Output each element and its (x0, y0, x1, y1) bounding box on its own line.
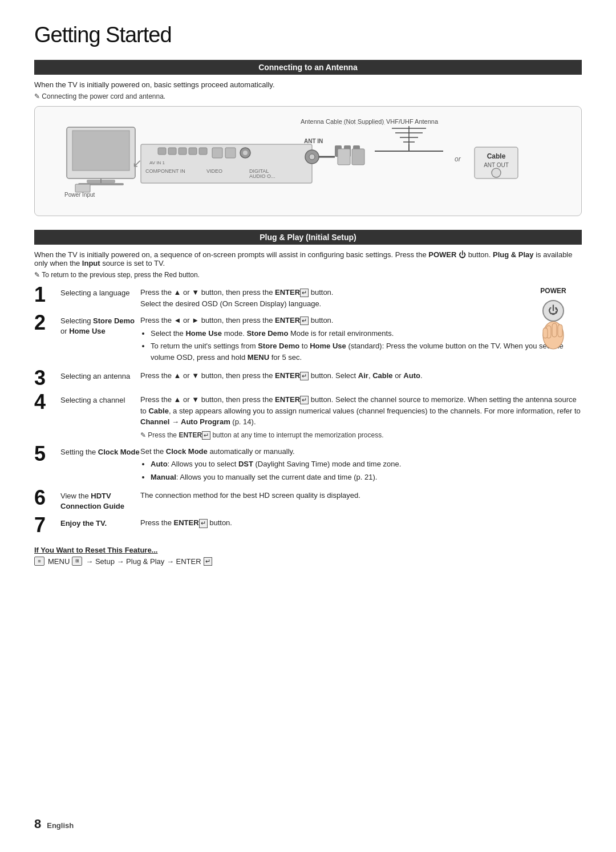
step-num-4: 4 (34, 392, 55, 412)
power-hand-svg: ⏻ (530, 298, 576, 350)
step-row-1: 1 Selecting a language Press the ▲ or ▼ … (34, 287, 582, 309)
step-num-6: 6 (34, 488, 55, 508)
reset-title: If You Want to Reset This Feature... (34, 546, 582, 554)
svg-text:ANT IN: ANT IN (304, 138, 323, 144)
svg-text:ANT OUT: ANT OUT (484, 162, 509, 168)
svg-rect-50 (552, 323, 557, 337)
page-number: 8 (34, 817, 41, 831)
step-row-6: 6 View the HDTV Connection Guide The con… (34, 490, 582, 512)
svg-rect-37 (225, 148, 236, 158)
step-label-4: Selecting a channel (60, 394, 140, 405)
step-num-2: 2 (34, 313, 55, 333)
svg-rect-36 (212, 148, 222, 158)
svg-rect-51 (558, 324, 562, 337)
svg-rect-42 (352, 149, 364, 165)
step4-note: Press the ENTER↵ button at any time to i… (140, 430, 582, 440)
svg-text:Cable: Cable (487, 152, 506, 160)
section2-header: Plug & Play (Initial Setup) (34, 230, 582, 245)
svg-text:COMPONENT IN: COMPONENT IN (145, 168, 185, 174)
page-title: Getting Started (34, 23, 582, 47)
plug-play-bold: Plug & Play (493, 250, 534, 259)
svg-text:↙: ↙ (132, 157, 142, 169)
step-label-1: Selecting a language (60, 287, 140, 298)
step-label-2: Selecting Store Demo or Home Use (60, 315, 140, 336)
svg-rect-44 (75, 184, 90, 192)
svg-text:Antenna Cable (Not Supplied): Antenna Cable (Not Supplied) (301, 118, 384, 125)
step-row-3: 3 Selecting an antenna Press the ▲ or ▼ … (34, 370, 582, 388)
step-label-3: Selecting an antenna (60, 370, 140, 382)
step-label-6: View the HDTV Connection Guide (60, 490, 140, 512)
step-num-7: 7 (34, 515, 55, 535)
svg-rect-18 (72, 131, 129, 171)
power-bold: POWER (428, 250, 456, 259)
power-image-area: POWER ⏻ (525, 287, 582, 351)
section2-intro: When the TV is initially powered on, a s… (34, 250, 582, 267)
step-desc-3: Press the ▲ or ▼ button, then press the … (140, 370, 582, 382)
menu-path: ≡ MENU ⊞ → Setup → Plug & Play → ENTER↵ (34, 557, 582, 566)
input-bold: Input (82, 259, 100, 267)
svg-point-16 (492, 168, 501, 177)
svg-point-29 (309, 154, 315, 160)
step-desc-7: Press the ENTER↵ button. (140, 517, 582, 529)
antenna-diagram-svg: VHF/UHF Antenna Antenna Cable (Not Suppl… (44, 116, 569, 200)
step-row-4: 4 Selecting a channel Press the ▲ or ▼ b… (34, 394, 582, 440)
step-desc-5: Set the Clock Mode automatically or manu… (140, 446, 582, 485)
step-row-5: 5 Setting the Clock Mode Set the Clock M… (34, 446, 582, 485)
section1-header: Connecting to an Antenna (34, 60, 582, 75)
section1-intro: When the TV is initially powered on, bas… (34, 80, 582, 89)
svg-rect-41 (338, 149, 350, 165)
step-row-7: 7 Enjoy the TV. Press the ENTER↵ button. (34, 517, 582, 535)
step-desc-6: The connection method for the best HD sc… (140, 490, 582, 501)
page-footer: 8 English (34, 817, 74, 831)
svg-text:AUDIO O...: AUDIO O... (249, 173, 275, 179)
svg-text:Power Input: Power Input (64, 192, 95, 198)
section1-note: Connecting the power cord and antenna. (34, 92, 582, 100)
svg-rect-33 (179, 148, 187, 155)
step-desc-2: Press the ◄ or ► button, then press the … (140, 315, 582, 364)
svg-text:VIDEO: VIDEO (206, 168, 222, 174)
step-desc-1: Press the ▲ or ▼ button, then press the … (140, 287, 582, 309)
power-label: POWER (525, 287, 582, 295)
step-num-5: 5 (34, 444, 55, 464)
page-language: English (47, 821, 74, 830)
step-num-1: 1 (34, 285, 55, 305)
svg-rect-31 (158, 148, 166, 155)
step-row-2: 2 Selecting Store Demo or Home Use Press… (34, 315, 582, 364)
section2-note: To return to the previous step, press th… (34, 271, 582, 279)
menu-icon: ≡ (34, 557, 44, 566)
menu-grid-icon: ⊞ (72, 557, 82, 566)
svg-text:AV IN 1: AV IN 1 (149, 160, 165, 165)
svg-rect-34 (189, 148, 197, 155)
vhf-label: VHF/UHF Antenna (386, 118, 439, 125)
svg-text:⏻: ⏻ (548, 305, 558, 316)
svg-rect-52 (543, 328, 548, 338)
step-label-7: Enjoy the TV. (60, 517, 140, 529)
svg-point-39 (243, 151, 248, 155)
svg-rect-35 (199, 148, 207, 155)
reset-section: If You Want to Reset This Feature... ≡ M… (34, 546, 582, 566)
step-desc-4: Press the ▲ or ▼ button, then press the … (140, 394, 582, 440)
antenna-diagram: VHF/UHF Antenna Antenna Cable (Not Suppl… (34, 106, 582, 216)
step-label-5: Setting the Clock Mode (60, 446, 140, 457)
svg-text:or: or (455, 155, 461, 163)
steps-container: POWER ⏻ 1 Selecting a language Press the… (34, 287, 582, 535)
svg-rect-32 (168, 148, 176, 155)
step-num-3: 3 (34, 368, 55, 388)
